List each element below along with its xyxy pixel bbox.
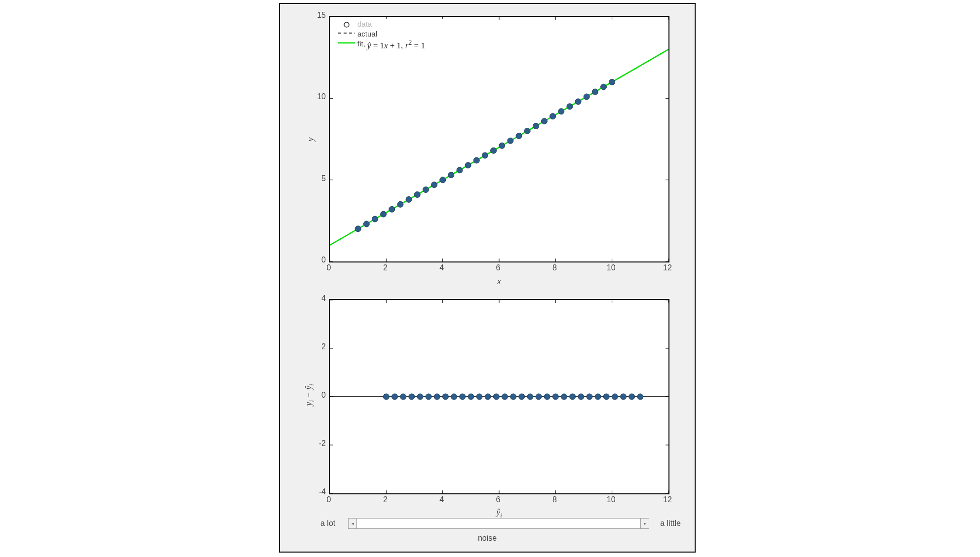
chart-main-xtick: 10 [604,263,619,272]
svg-point-45 [533,123,539,129]
svg-point-103 [552,394,558,400]
chart-residuals-xtick: 8 [547,495,562,504]
svg-point-104 [561,394,567,400]
svg-point-95 [485,394,491,400]
svg-point-52 [592,89,598,95]
svg-point-51 [584,94,589,100]
svg-point-41 [499,143,505,149]
svg-point-49 [567,104,573,110]
svg-point-105 [570,394,576,400]
svg-point-110 [612,394,618,400]
chart-residuals-xtick: 12 [660,495,675,504]
chart-main-xtick: 12 [660,263,675,272]
svg-point-98 [510,394,516,400]
svg-point-85 [400,394,406,400]
svg-point-43 [516,133,522,139]
svg-point-101 [536,394,542,400]
legend-label-data: data [357,19,372,29]
svg-point-102 [544,394,550,400]
svg-point-44 [524,128,530,134]
svg-point-93 [468,394,474,400]
svg-line-23 [330,49,668,245]
legend-label-fit-prefix: fit, [357,39,365,49]
svg-point-111 [621,394,627,400]
chart-residuals-xtick: 2 [378,495,392,504]
svg-point-83 [383,394,389,400]
chart-legend: data actual fit, ŷ = 1x + 1, r2 = 1 [336,19,467,50]
legend-row-fit: fit, ŷ = 1x + 1, r2 = 1 [336,39,467,49]
svg-point-108 [595,394,601,400]
svg-point-84 [392,394,397,400]
svg-point-109 [603,394,609,400]
chart-residuals-xtick: 6 [491,495,506,504]
svg-point-40 [491,148,497,153]
svg-point-37 [465,162,471,168]
chart-main-ytick: 5 [311,174,326,183]
slider-decrease-button[interactable]: ◂ [348,518,357,529]
chart-main-xtick: 0 [321,263,336,272]
chart-residuals-ytick: 4 [311,294,326,303]
svg-point-112 [629,394,635,400]
chart-main-ytick: 0 [311,256,326,264]
chart-main-xtick: 6 [491,263,506,272]
svg-point-48 [558,109,564,114]
svg-point-24 [355,226,361,232]
svg-point-35 [448,172,454,178]
legend-marker-dashed [336,29,357,39]
figure-panel: x y data actual fit, ŷ = 1x + 1 [279,3,696,553]
svg-point-30 [406,196,412,202]
svg-point-97 [502,394,508,400]
svg-point-25 [363,221,369,227]
svg-point-31 [414,191,420,197]
svg-point-32 [423,187,429,193]
legend-marker-fit [336,39,357,49]
chart-residuals-xtick: 10 [604,495,619,504]
svg-point-99 [519,394,525,400]
svg-point-86 [409,394,415,400]
svg-point-106 [578,394,584,400]
svg-point-50 [575,99,581,105]
svg-point-92 [460,394,466,400]
svg-point-34 [440,177,446,183]
svg-point-113 [637,394,643,400]
chart-main-ytick: 15 [311,11,326,20]
noise-slider[interactable]: ◂ ▸ [348,518,649,529]
slider-increase-button[interactable]: ▸ [640,518,649,529]
chart-residuals-svg [330,300,668,493]
chart-main-ylabel: y [306,130,316,149]
svg-point-42 [508,138,513,144]
svg-point-36 [457,167,463,173]
chart-main-xtick: 8 [547,263,562,272]
slider-label-right: a little [660,519,681,528]
legend-marker-circle [336,19,357,29]
noise-slider-row: a lot ◂ ▸ a little [320,518,681,532]
slider-label-left: a lot [320,519,335,528]
chart-main [329,16,669,262]
chart-residuals [329,299,669,494]
svg-point-26 [372,216,378,222]
chart-main-xtick: 2 [378,263,392,272]
chart-main-svg [330,17,668,261]
chart-residuals-xtick: 4 [434,495,449,504]
slider-caption: noise [280,534,695,543]
svg-point-29 [397,201,403,207]
svg-point-54 [609,79,615,85]
svg-point-96 [493,394,499,400]
chart-residuals-ytick: -2 [311,439,326,448]
svg-point-88 [426,394,431,400]
svg-point-39 [482,152,488,158]
svg-point-46 [541,118,547,124]
svg-point-94 [476,394,482,400]
chart-residuals-xlabel: ŷi [329,507,669,520]
svg-point-90 [442,394,448,400]
svg-point-53 [601,84,607,90]
svg-point-100 [527,394,533,400]
svg-point-107 [587,394,592,400]
svg-point-28 [389,206,395,212]
svg-point-38 [473,157,479,163]
page-root: x y data actual fit, ŷ = 1x + 1 [0,0,980,557]
chart-main-xlabel: x [329,276,669,287]
chart-residuals-ytick: 2 [311,342,326,351]
chart-residuals-ytick: 0 [311,391,326,400]
legend-fit-equation: ŷ = 1x + 1, r2 = 1 [367,37,425,51]
